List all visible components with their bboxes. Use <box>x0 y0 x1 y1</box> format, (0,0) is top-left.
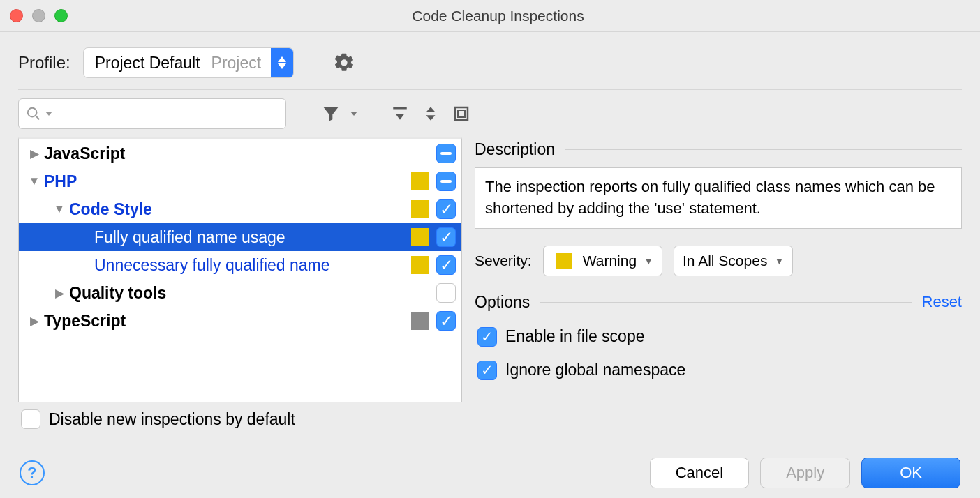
tree-item-php[interactable]: ▼ PHP <box>19 167 461 195</box>
chevron-down-icon: ▼ <box>774 255 784 266</box>
severity-swatch <box>411 312 429 330</box>
disclosure-collapsed-icon: ▶ <box>24 146 44 161</box>
checkbox-on[interactable]: ✓ <box>436 255 456 275</box>
checkbox-off[interactable] <box>436 283 456 303</box>
expand-all-icon[interactable] <box>389 103 411 125</box>
profile-scope: Project <box>211 54 272 73</box>
ignore-ns-label: Ignore global namespace <box>505 361 685 379</box>
tree-item-quality-tools[interactable]: ▶ Quality tools <box>19 279 461 307</box>
disclosure-collapsed-icon: ▶ <box>24 314 44 329</box>
tree-item-code-style[interactable]: ▼ Code Style ✓ <box>19 195 461 223</box>
severity-swatch <box>411 200 429 218</box>
disclosure-expanded-icon: ▼ <box>50 202 69 216</box>
severity-label: Severity: <box>475 252 532 269</box>
ok-button[interactable]: OK <box>861 458 960 488</box>
warning-swatch-icon <box>556 253 572 269</box>
tree-item-javascript[interactable]: ▶ JavaScript <box>19 139 461 167</box>
svg-rect-4 <box>458 110 465 117</box>
divider <box>540 302 912 303</box>
description-text: The inspection reports on fully qualifie… <box>475 167 962 229</box>
divider <box>565 149 962 150</box>
search-icon <box>26 106 41 121</box>
disclosure-expanded-icon: ▼ <box>24 174 44 188</box>
disable-new-label: Disable new inspections by default <box>49 410 295 429</box>
disclosure-collapsed-icon: ▶ <box>50 286 69 301</box>
checkbox-on[interactable]: ✓ <box>436 199 456 219</box>
profile-label: Profile: <box>18 53 70 73</box>
tree-item-unnecessary-fqn[interactable]: Unnecessary fully qualified name ✓ <box>19 251 461 279</box>
minimize-window-icon[interactable] <box>32 9 45 22</box>
tree-item-fqn-usage[interactable]: Fully qualified name usage ✓ <box>19 223 461 251</box>
apply-button: Apply <box>760 458 850 488</box>
severity-swatch <box>411 228 429 246</box>
cancel-button[interactable]: Cancel <box>650 458 749 488</box>
profile-select[interactable]: Project Default Project <box>83 47 294 78</box>
checkbox-on[interactable]: ✓ <box>436 227 456 247</box>
window-title: Code Cleanup Inspections <box>68 8 970 24</box>
chevron-down-icon: ▼ <box>644 255 653 266</box>
severity-swatch <box>411 172 429 190</box>
file-scope-label: Enable in file scope <box>505 327 644 346</box>
search-input[interactable] <box>18 98 286 129</box>
reset-link[interactable]: Reset <box>922 293 962 311</box>
gear-icon[interactable] <box>333 52 355 74</box>
file-scope-checkbox[interactable]: ✓ <box>477 327 497 347</box>
chevron-down-icon <box>45 110 52 117</box>
checkbox-on[interactable]: ✓ <box>436 311 456 331</box>
collapse-all-icon[interactable] <box>420 103 442 125</box>
disable-new-checkbox[interactable] <box>21 409 40 429</box>
titlebar: Code Cleanup Inspections <box>0 0 980 32</box>
checkbox-mixed[interactable] <box>436 144 456 163</box>
help-button[interactable]: ? <box>20 460 45 485</box>
close-window-icon[interactable] <box>10 9 23 22</box>
tree-item-typescript[interactable]: ▶ TypeScript ✓ <box>19 307 461 335</box>
svg-rect-3 <box>455 107 468 120</box>
svg-rect-2 <box>393 107 407 109</box>
zoom-window-icon[interactable] <box>54 9 68 22</box>
severity-swatch <box>411 256 429 274</box>
description-heading: Description <box>475 140 555 159</box>
filter-icon[interactable] <box>320 103 342 125</box>
scope-select[interactable]: In All Scopes ▼ <box>674 246 793 276</box>
checkbox-mixed[interactable] <box>436 172 456 191</box>
view-icon[interactable] <box>450 103 473 125</box>
ignore-ns-checkbox[interactable]: ✓ <box>477 361 497 380</box>
svg-line-1 <box>36 116 40 120</box>
inspection-tree[interactable]: ▶ JavaScript ▼ PHP ▼ Code Style ✓ Fully … <box>18 137 462 402</box>
options-heading: Options <box>475 293 530 312</box>
severity-select[interactable]: Warning ▼ <box>543 246 662 276</box>
chevron-down-icon <box>350 110 357 117</box>
svg-point-0 <box>28 108 37 117</box>
traffic-lights <box>10 9 68 22</box>
updown-icon <box>271 48 293 77</box>
profile-value: Project Default <box>84 54 211 73</box>
